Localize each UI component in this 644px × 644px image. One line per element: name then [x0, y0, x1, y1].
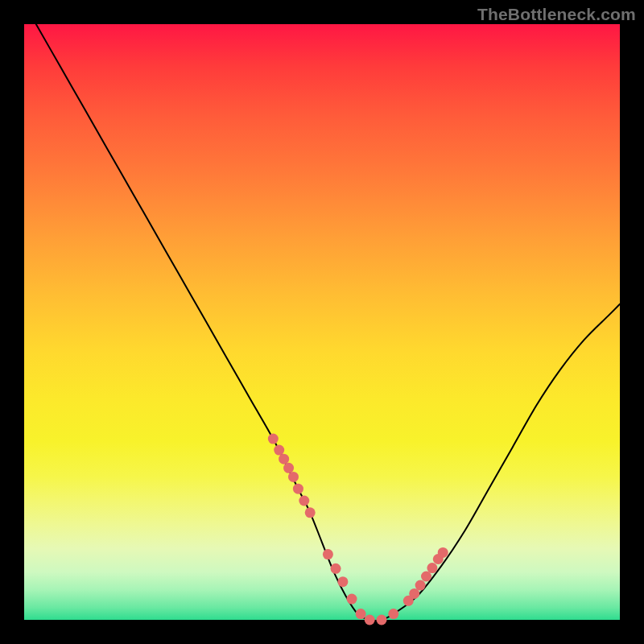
highlight-dot: [388, 609, 398, 619]
highlight-dot: [337, 576, 348, 587]
highlight-dot: [268, 434, 279, 444]
highlight-dot: [377, 615, 387, 625]
highlight-dot: [293, 484, 303, 494]
highlight-dot: [427, 563, 437, 573]
watermark-text: TheBottleneck.com: [477, 5, 636, 24]
highlight-dot: [274, 445, 284, 456]
highlight-dot: [299, 496, 309, 506]
highlight-dot: [347, 594, 357, 605]
highlight-dots-group: [268, 434, 448, 625]
highlight-dot: [331, 564, 341, 574]
highlight-dot: [323, 549, 333, 559]
highlight-dot: [305, 507, 316, 518]
highlight-dot: [288, 472, 299, 482]
highlight-dot: [283, 463, 294, 473]
highlight-dot: [365, 615, 375, 625]
highlight-dot: [356, 609, 366, 619]
chart-stage: TheBottleneck.com: [0, 0, 644, 644]
plot-area: [24, 24, 620, 620]
highlight-dot: [279, 454, 289, 464]
curve-layer: [24, 24, 620, 620]
highlight-dot: [438, 547, 448, 558]
highlight-dot: [415, 580, 426, 591]
bottleneck-curve: [36, 24, 620, 621]
